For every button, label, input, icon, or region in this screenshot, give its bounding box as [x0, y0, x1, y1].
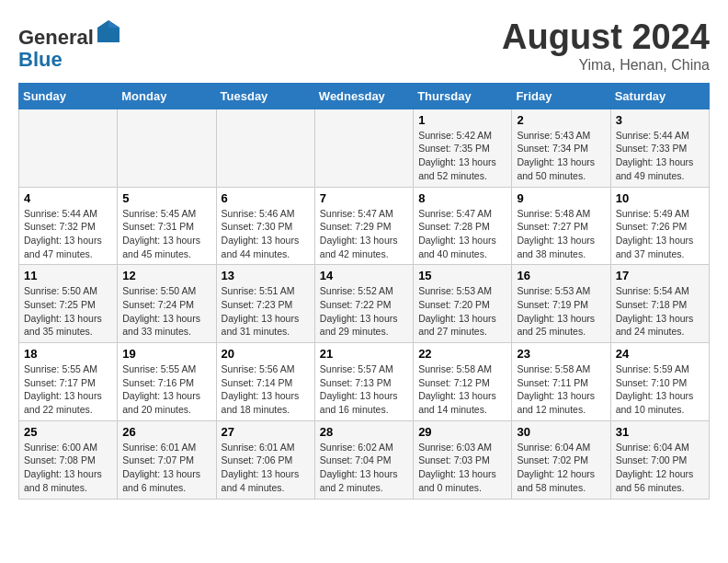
calendar-cell: 27Sunrise: 6:01 AMSunset: 7:06 PMDayligh… — [216, 420, 314, 499]
day-number: 4 — [24, 191, 112, 205]
calendar-cell: 12Sunrise: 5:50 AMSunset: 7:24 PMDayligh… — [118, 265, 216, 343]
day-info: Sunrise: 5:55 AMSunset: 7:17 PMDaylight:… — [24, 362, 112, 417]
day-info: Sunrise: 5:49 AMSunset: 7:26 PMDaylight:… — [616, 207, 704, 261]
day-info: Sunrise: 5:44 AMSunset: 7:32 PMDaylight:… — [24, 207, 112, 261]
day-number: 3 — [616, 113, 704, 127]
day-info: Sunrise: 5:53 AMSunset: 7:20 PMDaylight:… — [418, 284, 506, 339]
day-number: 26 — [122, 425, 210, 439]
calendar-cell: 18Sunrise: 5:55 AMSunset: 7:17 PMDayligh… — [19, 343, 118, 421]
calendar-cell: 28Sunrise: 6:02 AMSunset: 7:04 PMDayligh… — [314, 420, 413, 499]
logo-text: General — [18, 18, 121, 49]
calendar-cell: 22Sunrise: 5:58 AMSunset: 7:12 PMDayligh… — [414, 343, 512, 421]
day-number: 7 — [320, 191, 408, 205]
day-number: 17 — [616, 269, 704, 282]
day-info: Sunrise: 5:47 AMSunset: 7:28 PMDaylight:… — [418, 207, 506, 261]
day-info: Sunrise: 6:04 AMSunset: 7:02 PMDaylight:… — [517, 441, 605, 495]
logo: General Blue — [18, 18, 121, 71]
weekday-header-row: SundayMondayTuesdayWednesdayThursdayFrid… — [19, 83, 710, 109]
day-info: Sunrise: 5:58 AMSunset: 7:12 PMDaylight:… — [418, 362, 506, 417]
day-info: Sunrise: 5:47 AMSunset: 7:29 PMDaylight:… — [320, 207, 408, 261]
day-info: Sunrise: 6:02 AMSunset: 7:04 PMDaylight:… — [320, 441, 408, 495]
day-number: 29 — [418, 425, 506, 439]
calendar-cell: 9Sunrise: 5:48 AMSunset: 7:27 PMDaylight… — [512, 187, 610, 265]
day-info: Sunrise: 5:43 AMSunset: 7:34 PMDaylight:… — [517, 129, 605, 183]
day-number: 22 — [418, 347, 506, 361]
calendar-cell: 8Sunrise: 5:47 AMSunset: 7:28 PMDaylight… — [414, 187, 512, 265]
day-info: Sunrise: 6:01 AMSunset: 7:06 PMDaylight:… — [222, 441, 310, 495]
calendar-cell: 15Sunrise: 5:53 AMSunset: 7:20 PMDayligh… — [414, 265, 512, 343]
day-info: Sunrise: 6:01 AMSunset: 7:07 PMDaylight:… — [122, 441, 210, 495]
day-info: Sunrise: 6:03 AMSunset: 7:03 PMDaylight:… — [418, 441, 506, 495]
day-number: 5 — [122, 191, 210, 205]
day-info: Sunrise: 5:42 AMSunset: 7:35 PMDaylight:… — [418, 129, 506, 183]
day-number: 6 — [222, 191, 310, 205]
day-number: 2 — [517, 113, 605, 127]
calendar-week-3: 18Sunrise: 5:55 AMSunset: 7:17 PMDayligh… — [19, 343, 710, 421]
calendar-cell — [19, 109, 118, 187]
location-title: Yima, Henan, China — [502, 57, 710, 74]
day-info: Sunrise: 5:54 AMSunset: 7:18 PMDaylight:… — [616, 284, 704, 339]
day-number: 11 — [24, 269, 112, 282]
calendar-cell: 24Sunrise: 5:59 AMSunset: 7:10 PMDayligh… — [610, 343, 709, 421]
day-info: Sunrise: 5:50 AMSunset: 7:25 PMDaylight:… — [24, 284, 112, 339]
weekday-header-wednesday: Wednesday — [314, 83, 413, 109]
day-number: 23 — [517, 347, 605, 361]
day-info: Sunrise: 5:52 AMSunset: 7:22 PMDaylight:… — [320, 284, 408, 339]
calendar-cell — [314, 109, 413, 187]
day-number: 31 — [616, 425, 704, 439]
day-number: 25 — [24, 425, 112, 439]
calendar-cell: 5Sunrise: 5:45 AMSunset: 7:31 PMDaylight… — [118, 187, 216, 265]
day-info: Sunrise: 5:51 AMSunset: 7:23 PMDaylight:… — [222, 284, 310, 339]
calendar-cell: 23Sunrise: 5:58 AMSunset: 7:11 PMDayligh… — [512, 343, 610, 421]
title-block: August 2024 Yima, Henan, China — [502, 18, 710, 74]
calendar-week-1: 4Sunrise: 5:44 AMSunset: 7:32 PMDaylight… — [19, 187, 710, 265]
day-number: 16 — [517, 269, 605, 282]
day-number: 15 — [418, 269, 506, 282]
calendar-cell: 16Sunrise: 5:53 AMSunset: 7:19 PMDayligh… — [512, 265, 610, 343]
calendar-cell: 17Sunrise: 5:54 AMSunset: 7:18 PMDayligh… — [610, 265, 709, 343]
day-info: Sunrise: 5:55 AMSunset: 7:16 PMDaylight:… — [122, 362, 210, 417]
calendar-cell: 7Sunrise: 5:47 AMSunset: 7:29 PMDaylight… — [314, 187, 413, 265]
day-number: 1 — [418, 113, 506, 127]
calendar-cell: 20Sunrise: 5:56 AMSunset: 7:14 PMDayligh… — [216, 343, 314, 421]
day-number: 19 — [122, 347, 210, 361]
day-info: Sunrise: 5:48 AMSunset: 7:27 PMDaylight:… — [517, 207, 605, 261]
day-info: Sunrise: 5:50 AMSunset: 7:24 PMDaylight:… — [122, 284, 210, 339]
calendar-week-0: 1Sunrise: 5:42 AMSunset: 7:35 PMDaylight… — [19, 109, 710, 187]
weekday-header-friday: Friday — [512, 83, 610, 109]
calendar-cell: 30Sunrise: 6:04 AMSunset: 7:02 PMDayligh… — [512, 420, 610, 499]
calendar-cell: 19Sunrise: 5:55 AMSunset: 7:16 PMDayligh… — [118, 343, 216, 421]
day-number: 18 — [24, 347, 112, 361]
weekday-header-tuesday: Tuesday — [216, 83, 314, 109]
calendar-cell: 1Sunrise: 5:42 AMSunset: 7:35 PMDaylight… — [414, 109, 512, 187]
calendar-week-2: 11Sunrise: 5:50 AMSunset: 7:25 PMDayligh… — [19, 265, 710, 343]
day-info: Sunrise: 5:58 AMSunset: 7:11 PMDaylight:… — [517, 362, 605, 417]
calendar-cell: 6Sunrise: 5:46 AMSunset: 7:30 PMDaylight… — [216, 187, 314, 265]
weekday-header-sunday: Sunday — [19, 83, 118, 109]
day-number: 10 — [616, 191, 704, 205]
day-number: 21 — [320, 347, 408, 361]
calendar-cell — [118, 109, 216, 187]
day-number: 13 — [222, 269, 310, 282]
calendar-cell: 26Sunrise: 6:01 AMSunset: 7:07 PMDayligh… — [118, 420, 216, 499]
day-info: Sunrise: 5:44 AMSunset: 7:33 PMDaylight:… — [616, 129, 704, 183]
day-info: Sunrise: 6:00 AMSunset: 7:08 PMDaylight:… — [24, 441, 112, 495]
day-info: Sunrise: 5:53 AMSunset: 7:19 PMDaylight:… — [517, 284, 605, 339]
logo-icon — [96, 18, 121, 44]
day-info: Sunrise: 5:46 AMSunset: 7:30 PMDaylight:… — [222, 207, 310, 261]
day-number: 24 — [616, 347, 704, 361]
calendar-table: SundayMondayTuesdayWednesdayThursdayFrid… — [18, 83, 710, 500]
calendar-cell: 11Sunrise: 5:50 AMSunset: 7:25 PMDayligh… — [19, 265, 118, 343]
month-title: August 2024 — [502, 18, 710, 57]
day-info: Sunrise: 5:59 AMSunset: 7:10 PMDaylight:… — [616, 362, 704, 417]
calendar-cell: 21Sunrise: 5:57 AMSunset: 7:13 PMDayligh… — [314, 343, 413, 421]
weekday-header-thursday: Thursday — [414, 83, 512, 109]
day-info: Sunrise: 6:04 AMSunset: 7:00 PMDaylight:… — [616, 441, 704, 495]
calendar-week-4: 25Sunrise: 6:00 AMSunset: 7:08 PMDayligh… — [19, 420, 710, 499]
calendar-cell: 13Sunrise: 5:51 AMSunset: 7:23 PMDayligh… — [216, 265, 314, 343]
day-info: Sunrise: 5:45 AMSunset: 7:31 PMDaylight:… — [122, 207, 210, 261]
day-info: Sunrise: 5:57 AMSunset: 7:13 PMDaylight:… — [320, 362, 408, 417]
day-number: 14 — [320, 269, 408, 282]
day-number: 28 — [320, 425, 408, 439]
day-number: 12 — [122, 269, 210, 282]
